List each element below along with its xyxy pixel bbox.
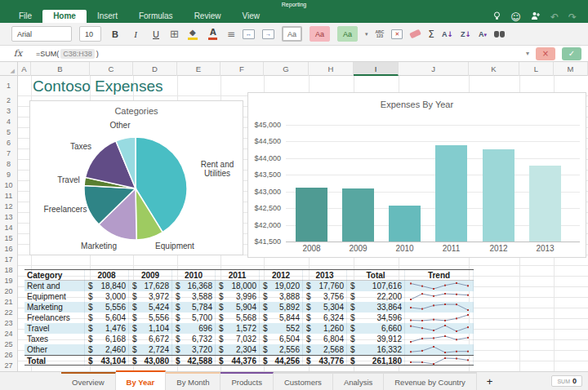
alignment-button[interactable]: ≡ — [227, 29, 235, 40]
cell-style-bad-button[interactable]: Aa — [310, 26, 330, 42]
fill-color-button[interactable]: ◆ — [186, 29, 199, 40]
column-header-G[interactable]: G — [264, 62, 309, 76]
table-cell-value[interactable]: $42,588 — [172, 356, 216, 366]
table-cell-value[interactable]: $3,972 — [129, 291, 172, 302]
row-header-2[interactable]: 2 — [0, 95, 17, 106]
row-header-22[interactable]: 22 — [0, 308, 17, 318]
table-cell-trend[interactable] — [405, 323, 474, 334]
font-name-select[interactable]: Arial — [11, 26, 72, 42]
table-cell-trend[interactable] — [405, 344, 474, 355]
table-header-2010[interactable]: 2010 — [172, 270, 216, 281]
row-header-24[interactable]: 24 — [0, 329, 17, 339]
sheet-tab-revenue-by-country[interactable]: Revenue by Country — [384, 372, 477, 390]
row-header-15[interactable]: 15 — [0, 233, 17, 244]
sort-ascending-button[interactable]: A↓ — [442, 30, 453, 38]
table-cell-value[interactable]: $552 — [260, 323, 303, 334]
cancel-entry-button[interactable]: × — [536, 47, 555, 60]
table-cell-value[interactable]: $44,256 — [260, 356, 303, 366]
table-cell-value[interactable]: $5,700 — [172, 312, 216, 323]
undo-icon[interactable]: ↶ — [550, 11, 559, 23]
table-cell-value[interactable]: $6,804 — [303, 334, 347, 344]
row-header-10[interactable]: 10 — [0, 180, 17, 191]
table-cell-value[interactable]: $2,568 — [303, 344, 347, 355]
table-cell-value[interactable]: $6,324 — [303, 312, 347, 323]
row-header-6[interactable]: 6 — [0, 138, 17, 148]
table-cell-value[interactable]: $6,504 — [260, 334, 303, 344]
add-sheet-button[interactable]: + — [477, 372, 503, 390]
table-cell-category[interactable]: Marketing — [24, 302, 85, 312]
table-cell-value[interactable]: $17,628 — [129, 281, 172, 291]
table-cell-value[interactable]: $5,892 — [260, 302, 303, 312]
row-header-9[interactable]: 9 — [0, 170, 17, 180]
formula-expand-chevron[interactable]: ▾ — [526, 50, 529, 57]
table-cell-value[interactable]: $2,460 — [85, 344, 129, 355]
clear-formats-button[interactable] — [409, 29, 421, 39]
column-header-D[interactable]: D — [133, 62, 177, 76]
table-cell-value[interactable]: $3,000 — [85, 291, 129, 302]
table-cell-value[interactable]: $2,304 — [216, 344, 260, 355]
table-cell-trend[interactable] — [405, 356, 474, 366]
table-cell-value[interactable]: $3,996 — [216, 291, 260, 302]
table-cell-value[interactable]: $3,720 — [172, 344, 216, 355]
table-cell-value[interactable]: $16,368 — [172, 281, 216, 291]
table-cell-value[interactable]: $5,556 — [129, 312, 172, 323]
table-cell-value[interactable]: $1,572 — [216, 323, 260, 334]
table-cell-trend[interactable] — [405, 302, 474, 312]
row-header-3[interactable]: 3 — [0, 106, 17, 117]
table-cell-value[interactable]: $5,604 — [85, 312, 129, 323]
row-header-26[interactable]: 26 — [0, 350, 17, 361]
table-cell-value[interactable]: $1,476 — [85, 323, 129, 334]
table-cell-value[interactable]: $3,588 — [172, 291, 216, 302]
ribbon-tab-home[interactable]: Home — [42, 10, 87, 23]
table-cell-value[interactable]: $17,760 — [303, 281, 347, 291]
table-header-2013[interactable]: 2013 — [303, 270, 347, 281]
column-header-K[interactable]: K — [469, 62, 519, 76]
bar-2008[interactable] — [296, 188, 327, 242]
row-header-23[interactable]: 23 — [0, 318, 17, 329]
table-cell-trend[interactable] — [405, 291, 474, 302]
table-cell-value[interactable]: $107,616 — [347, 281, 405, 291]
table-header-2011[interactable]: 2011 — [216, 270, 260, 281]
column-header-L[interactable]: L — [519, 62, 554, 76]
italic-button[interactable]: I — [129, 29, 142, 39]
table-cell-category[interactable]: Freelancers — [24, 312, 85, 323]
column-header-C[interactable]: C — [90, 62, 133, 76]
aggregate-status-pill[interactable]: SUM0 — [551, 375, 582, 387]
table-cell-value[interactable]: $19,020 — [260, 281, 303, 291]
table-cell-value[interactable]: $16,332 — [347, 344, 405, 355]
bold-button[interactable]: B — [109, 29, 122, 39]
lightbulb-icon[interactable] — [493, 11, 501, 23]
table-cell-value[interactable]: $22,200 — [347, 291, 405, 302]
share-icon[interactable] — [531, 11, 541, 23]
delete-cells-button[interactable]: ✕ — [391, 29, 403, 39]
table-cell-value[interactable]: $44,376 — [216, 356, 260, 366]
bar-2013[interactable] — [529, 166, 561, 242]
table-cell-value[interactable]: $1,260 — [303, 323, 347, 334]
sheet-tab-analysis[interactable]: Analysis — [333, 372, 384, 390]
table-cell-value[interactable]: $5,424 — [129, 302, 172, 312]
table-cell-value[interactable]: $5,556 — [85, 302, 129, 312]
insert-cells-button[interactable]: → — [262, 29, 274, 39]
pie-chart-panel[interactable]: CategoriesRent and UtilitiesEquipmentMar… — [29, 100, 243, 255]
table-header-2012[interactable]: 2012 — [260, 270, 303, 281]
row-header-12[interactable]: 12 — [0, 202, 17, 212]
bar-chart-panel[interactable]: Expenses By Year$41,500$42,000$42,500$43… — [247, 92, 586, 258]
table-header-total[interactable]: Total — [347, 270, 405, 281]
bar-2009[interactable] — [342, 188, 374, 242]
column-header-A[interactable]: A — [18, 62, 31, 76]
table-cell-value[interactable]: $5,844 — [260, 312, 303, 323]
spreadsheet-grid[interactable]: 1234567891011121314151617181920212223242… — [0, 76, 588, 373]
bar-2012[interactable] — [483, 149, 514, 242]
redo-icon[interactable]: ↷ — [568, 11, 577, 23]
column-header-J[interactable]: J — [399, 62, 469, 76]
sheet-tab-customers[interactable]: Customers — [274, 372, 333, 390]
table-header-trend[interactable]: Trend — [405, 270, 474, 281]
table-cell-value[interactable]: $696 — [172, 323, 216, 334]
table-header-2008[interactable]: 2008 — [85, 270, 129, 281]
ribbon-tab-file[interactable]: File — [8, 10, 42, 23]
row-header-17[interactable]: 17 — [0, 255, 17, 265]
font-color-button[interactable]: A — [207, 29, 220, 40]
select-all-corner[interactable]: ◢ — [0, 62, 18, 76]
column-header-I[interactable]: I — [354, 62, 399, 76]
row-header-21[interactable]: 21 — [0, 297, 17, 308]
